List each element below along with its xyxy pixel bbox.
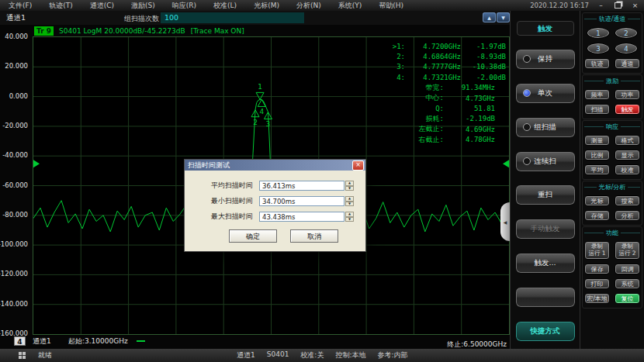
sweep-count-down-icon[interactable]: ▼ — [497, 12, 510, 22]
hardkey-打印[interactable]: 打印 — [584, 278, 610, 289]
hardkey-录制-运行 1[interactable]: 录制运行 1 — [584, 241, 610, 260]
cancel-button[interactable]: 取消 — [290, 229, 338, 243]
restore-icon[interactable] — [613, 0, 623, 11]
channel-oval-4[interactable]: 4 — [615, 43, 638, 54]
dialog-field-input[interactable]: 36.413ms — [259, 181, 345, 191]
hardkey-row: 存储分析 — [584, 210, 640, 221]
channel-oval-2[interactable]: 2 — [615, 27, 638, 39]
hardkey-录制-运行 2[interactable]: 录制运行 2 — [615, 241, 640, 260]
status-items: 通道1S0401校准:关控制:本地参考:内部 — [237, 350, 408, 360]
marker-level: -8.93dB — [461, 53, 506, 60]
sweep-count-label: 组扫描次数 — [124, 14, 159, 24]
hardkey-row: 打印系统 — [584, 278, 640, 289]
hardkey-row: 平均校准 — [584, 164, 640, 175]
hardkey-回调[interactable]: 回调 — [615, 264, 640, 274]
softkey-单次[interactable]: 单次 — [515, 83, 576, 104]
menu-item-8[interactable]: 分析(N) — [288, 0, 330, 11]
hardkey-格式[interactable]: 格式 — [615, 135, 640, 146]
channel-tab[interactable]: 通道1 — [6, 13, 26, 23]
marker-frequency: 4.7321GHz — [405, 74, 461, 81]
hardkey-光标[interactable]: 光标 — [584, 195, 610, 206]
bandwidth-stat-row: 损耗:-2.19dB — [385, 114, 506, 124]
hardkey-测量[interactable]: 测量 — [584, 135, 610, 146]
hardkey-显示[interactable]: 显示 — [615, 150, 640, 160]
softkey-连续扫[interactable]: 连续扫 — [515, 151, 576, 172]
hardkey-轨迹[interactable]: 轨迹 — [584, 58, 610, 69]
minimize-icon[interactable]: – — [596, 1, 606, 10]
header-line — [584, 81, 604, 81]
menu-item-2[interactable]: 轨迹(T) — [40, 0, 81, 11]
hardkey-row: 轨迹通道 — [584, 58, 640, 69]
hardkey-搜索[interactable]: 搜索 — [615, 195, 640, 206]
y-tick-label: -100.000 — [0, 240, 28, 248]
menu-item-3[interactable]: 通道(C) — [81, 0, 123, 11]
hardkey-宏/本地[interactable]: 宏/本地 — [584, 293, 610, 304]
oval-row: 12 — [587, 27, 638, 39]
section-title: 功能 — [606, 229, 618, 237]
bandwidth-stat-row: 中心:4.73GHz — [385, 93, 506, 103]
section-header: 响应 — [584, 122, 639, 131]
hardkey-校准[interactable]: 校准 — [615, 164, 640, 175]
hardkey-功率[interactable]: 功率 — [615, 89, 640, 100]
softkey-blank[interactable] — [515, 287, 576, 308]
hardkey-分析[interactable]: 分析 — [615, 210, 640, 221]
softkey-手动触发[interactable]: 手动触发 — [515, 219, 576, 240]
hardkey-平均[interactable]: 平均 — [584, 164, 610, 175]
ok-button[interactable]: 确定 — [229, 229, 277, 243]
dialog-field-input[interactable]: 43.438ms — [259, 212, 345, 222]
menu-item-9[interactable]: 系统(Y) — [330, 0, 371, 11]
softkey-触发...[interactable]: 触发... — [515, 253, 576, 274]
menu-item-10[interactable]: 帮助(H) — [370, 0, 412, 11]
stat-value: 4.69GHz — [444, 126, 495, 133]
menu-item-4[interactable]: 激励(S) — [123, 0, 164, 11]
hardkey-section-光标/分析: 光标/分析光标搜索存储分析 — [582, 181, 642, 226]
close-icon[interactable]: × — [630, 1, 640, 10]
panel-collapse-handle[interactable]: ◀ — [500, 202, 510, 241]
y-tick-label: -60.000 — [2, 181, 28, 189]
softkey-重扫[interactable]: 重扫 — [515, 184, 576, 205]
dialog-field-spinner[interactable]: ▲▼ — [345, 181, 354, 191]
svg-text:3: 3 — [266, 120, 271, 128]
hardkey-频率[interactable]: 频率 — [584, 89, 610, 100]
hardkey-通道[interactable]: 通道 — [615, 58, 640, 69]
dialog-title-bar[interactable]: 扫描时间测试 × — [185, 160, 365, 171]
menu-item-5[interactable]: 响应(R) — [164, 0, 205, 11]
softkey-label: 手动触发 — [531, 224, 560, 234]
hardkey-触发[interactable]: 触发 — [615, 104, 640, 115]
channel-oval-3[interactable]: 3 — [587, 43, 610, 54]
hardkey-保存[interactable]: 保存 — [584, 264, 610, 274]
sweep-count-input[interactable]: 100 — [161, 12, 304, 23]
y-tick-label: -20.000 — [2, 122, 28, 129]
trace-id-badge[interactable]: Tr 9 — [34, 26, 54, 36]
channel-oval-1[interactable]: 1 — [587, 27, 610, 39]
shortcut-button[interactable]: 快捷方式 — [515, 321, 576, 342]
datetime-label: 2020.12.20 16:17 — [530, 2, 589, 9]
softkey-保持[interactable]: 保持 — [515, 49, 576, 70]
hardkey-扫描[interactable]: 扫描 — [584, 104, 610, 115]
hardkey-系统[interactable]: 系统 — [615, 278, 640, 289]
dialog-field-spinner[interactable]: ▲▼ — [345, 196, 354, 206]
stat-label: 带宽: — [426, 83, 444, 93]
radio-indicator — [523, 55, 531, 63]
menu-item-1[interactable]: 文件(F) — [0, 0, 40, 11]
y-tick-label: 0.000 — [9, 92, 28, 100]
softkey-组扫描[interactable]: 组扫描 — [515, 117, 576, 138]
menu-item-6[interactable]: 校准(L) — [205, 0, 245, 11]
radio-indicator — [523, 157, 531, 165]
oval-row: 34 — [587, 43, 638, 54]
hardkey-复位[interactable]: 复位 — [615, 293, 640, 304]
menu-bar: 文件(F)轨迹(T)通道(C)激励(S)响应(R)校准(L)光标(M)分析(N)… — [0, 0, 644, 11]
dialog-close-icon[interactable]: × — [352, 160, 364, 171]
hardkey-存储[interactable]: 存储 — [584, 210, 610, 221]
sweep-count-up-icon[interactable]: ▲ — [483, 12, 496, 22]
header-line — [621, 233, 640, 233]
hardkey-比例[interactable]: 比例 — [584, 150, 610, 160]
menu-item-7[interactable]: 光标(M) — [245, 0, 288, 11]
dialog-field-input[interactable]: 34.700ms — [259, 196, 345, 206]
dialog-field-spinner[interactable]: ▲▼ — [345, 212, 354, 222]
status-bar: 就绪 通道1S0401校准:关控制:本地参考:内部 — [0, 349, 644, 362]
grid-icon — [19, 352, 26, 359]
dialog-title: 扫描时间测试 — [188, 160, 230, 171]
window-info: 2020.12.20 16:17 – × — [530, 0, 644, 11]
hardkey-row: 扫描触发 — [584, 104, 640, 115]
